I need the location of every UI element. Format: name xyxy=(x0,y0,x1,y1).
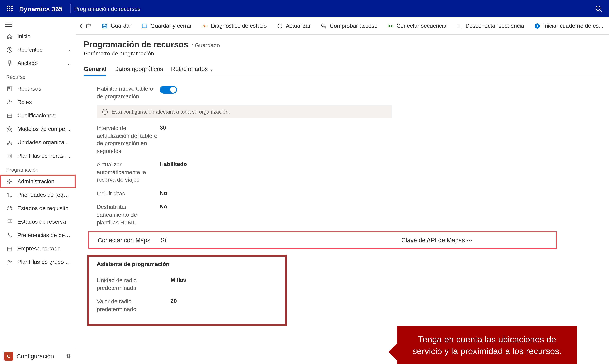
nav-label: Plantillas de horas la... xyxy=(17,153,71,159)
heartbeat-icon xyxy=(201,22,208,29)
field-disable-sanitize: Deshabilitar saneamiento de plantillas H… xyxy=(97,203,601,226)
app-launcher-button[interactable] xyxy=(3,2,16,15)
nav-administracion[interactable]: Administración xyxy=(0,175,75,188)
field-label: Actualizar automáticamente la reserva de… xyxy=(97,160,160,184)
popout-icon xyxy=(85,23,92,29)
star-icon xyxy=(6,126,13,132)
field-enable-new-board: Habilitar nuevo tablero de programación xyxy=(97,84,601,100)
field-auto-update: Actualizar automáticamente la reserva de… xyxy=(97,160,601,184)
page-subtitle: Parámetro de programación xyxy=(84,50,601,57)
nav-label: Roles xyxy=(17,99,71,105)
svg-point-40 xyxy=(388,25,389,27)
global-search-button[interactable] xyxy=(595,5,602,12)
nav-recent-label: Recientes xyxy=(17,46,62,53)
nav-recursos[interactable]: Recursos xyxy=(0,82,75,95)
sidebar-footer[interactable]: C Configuración ⇅ xyxy=(0,348,75,364)
sidebar-toggle-button[interactable] xyxy=(0,19,75,29)
svg-point-26 xyxy=(9,181,10,182)
search-icon xyxy=(595,5,602,12)
svg-rect-16 xyxy=(8,87,10,89)
arrow-left-icon xyxy=(79,23,85,29)
save-close-icon xyxy=(141,22,148,29)
nav-pinned[interactable]: Anclado ⌄ xyxy=(0,56,75,70)
nav-recent[interactable]: Recientes ⌄ xyxy=(0,43,75,56)
nav-preferencias[interactable]: Preferencias de pedi... xyxy=(0,228,75,242)
tab-label: Datos geográficos xyxy=(114,65,163,72)
main-content: Guardar Guardar y cerrar Diagnóstico de … xyxy=(76,17,609,364)
nav-unidades[interactable]: Unidades organizativ... xyxy=(0,136,75,149)
nav-home[interactable]: Inicio xyxy=(0,29,75,43)
group-recurso: Recurso xyxy=(0,70,75,82)
field-radius-value: Valor de radio predeterminado 20 xyxy=(97,297,277,313)
enable-new-board-toggle[interactable] xyxy=(160,86,177,94)
tab-geo[interactable]: Datos geográficos xyxy=(114,63,163,76)
info-text: Esta configuración afectará a toda su or… xyxy=(111,109,230,115)
nav-cualificaciones[interactable]: Cualificaciones xyxy=(0,109,75,122)
field-value[interactable]: Habilitado xyxy=(160,160,187,168)
svg-point-9 xyxy=(596,6,600,10)
info-icon xyxy=(102,109,108,115)
nav-label: Unidades organizativ... xyxy=(17,139,71,146)
clock-icon xyxy=(6,46,13,53)
pin-icon xyxy=(6,60,13,66)
separator xyxy=(70,4,71,13)
back-button[interactable] xyxy=(79,19,85,33)
nav-label: Estados de requisito xyxy=(17,205,71,211)
assistant-section: Asistente de programación Unidad de radi… xyxy=(87,255,287,326)
nav-label: Empresa cerrada xyxy=(17,245,71,252)
connect-sequence-button[interactable]: Conectar secuencia xyxy=(383,19,451,33)
field-value[interactable]: No xyxy=(160,189,167,196)
nav-plantillas-grupo[interactable]: Plantillas de grupo d... xyxy=(0,255,75,269)
disconnect-icon xyxy=(456,22,463,29)
field-label: Clave de API de Mapas xyxy=(401,237,467,244)
svg-point-21 xyxy=(9,140,10,141)
start-playbook-button[interactable]: Iniciar cuaderno de es... xyxy=(529,19,608,33)
nav-prioridades[interactable]: Prioridades de requi... xyxy=(0,188,75,202)
svg-point-41 xyxy=(391,25,393,27)
check-access-button[interactable]: Comprobar acceso xyxy=(316,19,382,33)
nav-estados-reserva[interactable]: Estados de reserva xyxy=(0,215,75,228)
svg-rect-24 xyxy=(8,154,11,158)
connect-maps-value[interactable]: Sí xyxy=(161,237,166,244)
cmd-label: Diagnóstico de estado xyxy=(211,23,267,29)
nav-empresa-cerrada[interactable]: Empresa cerrada xyxy=(0,242,75,255)
refresh-button[interactable]: Actualizar xyxy=(272,19,315,33)
chevron-updown-icon: ⇅ xyxy=(66,353,71,360)
nav-plantillas-horas[interactable]: Plantillas de horas la... xyxy=(0,149,75,162)
nav-modelos[interactable]: Modelos de compet... xyxy=(0,122,75,136)
svg-point-35 xyxy=(8,260,10,262)
save-button[interactable]: Guardar xyxy=(97,19,136,33)
callout-text: Tenga en cuenta las ubicaciones de servi… xyxy=(413,335,562,356)
field-value[interactable]: 20 xyxy=(171,297,177,304)
role-icon xyxy=(6,99,13,105)
page-status: : Guardado xyxy=(192,42,220,49)
top-app-bar: Dynamics 365 Programación de recursos xyxy=(0,0,609,17)
field-label: Intervalo de actualización del tablero d… xyxy=(97,124,160,155)
svg-rect-8 xyxy=(11,10,13,11)
command-bar: Guardar Guardar y cerrar Diagnóstico de … xyxy=(76,17,609,35)
tab-general[interactable]: General xyxy=(84,63,106,76)
preferences-icon xyxy=(6,232,13,239)
group-template-icon xyxy=(6,259,13,265)
cmd-label: Conectar secuencia xyxy=(397,23,446,29)
save-close-button[interactable]: Guardar y cerrar xyxy=(137,19,196,33)
tab-related[interactable]: Relacionados⌄ xyxy=(171,63,213,76)
nav-estados-requisito[interactable]: Estados de requisito xyxy=(0,202,75,215)
open-new-window-button[interactable] xyxy=(85,19,92,33)
nav-roles[interactable]: Roles xyxy=(0,95,75,109)
svg-rect-31 xyxy=(7,247,12,251)
cmd-label: Actualizar xyxy=(286,23,311,29)
org-icon xyxy=(6,139,13,146)
brand-title: Dynamics 365 xyxy=(19,5,62,13)
svg-rect-7 xyxy=(9,10,10,11)
field-value[interactable]: No xyxy=(160,203,167,210)
disconnect-sequence-button[interactable]: Desconectar secuencia xyxy=(452,19,528,33)
field-label: Conectar con Maps xyxy=(98,237,161,244)
field-value[interactable]: Millas xyxy=(171,276,186,283)
maps-api-key-value[interactable]: --- xyxy=(467,237,473,244)
chevron-down-icon: ⌄ xyxy=(66,46,71,53)
diagnostic-button[interactable]: Diagnóstico de estado xyxy=(197,19,271,33)
field-value[interactable]: 30 xyxy=(160,124,166,131)
svg-point-25 xyxy=(9,155,10,157)
home-icon xyxy=(6,33,13,40)
